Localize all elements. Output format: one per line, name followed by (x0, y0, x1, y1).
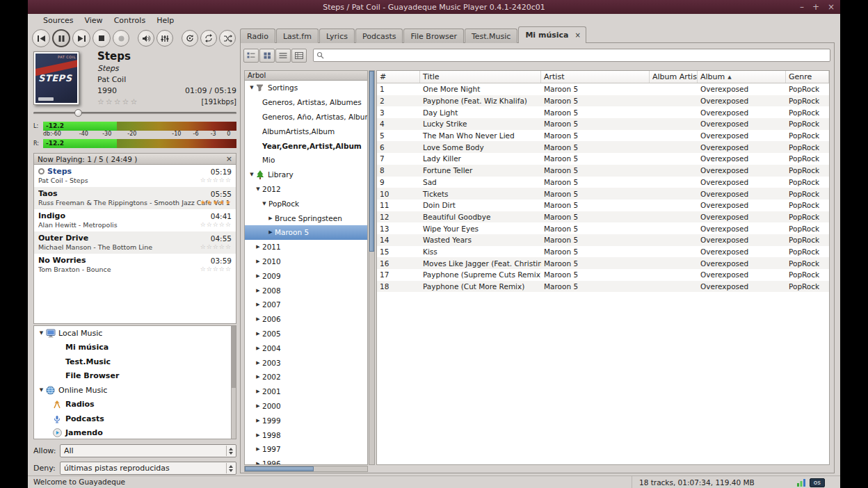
tree-item-2005[interactable]: ▶2005 (245, 327, 367, 341)
tab-radio[interactable]: Radio (240, 29, 275, 43)
tree-vscroll-thumb[interactable] (369, 71, 374, 252)
titlebar[interactable]: Steps / Pat Coil - Guayadeque Music Play… (28, 0, 840, 14)
library-search-input[interactable] (327, 51, 827, 60)
rating-stars[interactable]: ★★★★★ (200, 199, 232, 206)
table-row[interactable]: 18Payphone (Cut More Remix)Maroon 5Overe… (377, 281, 829, 293)
tab-test-music[interactable]: Test.Music (465, 29, 517, 43)
shuffle-button[interactable] (219, 30, 236, 47)
tab-lyrics[interactable]: Lyrics (319, 29, 355, 43)
tree-header[interactable]: Arbol (244, 70, 368, 81)
source-item-file-browser[interactable]: File Browser (34, 369, 236, 384)
tree-horizontal-scrollbar[interactable] (244, 466, 368, 472)
maximize-button[interactable]: + (812, 3, 819, 11)
table-row[interactable]: 16Moves Like Jagger (Feat. Christina AgM… (377, 257, 829, 269)
tab-file-browser[interactable]: File Browser (403, 29, 463, 43)
sources-scrollbar[interactable] (231, 326, 236, 439)
sources-scrollbar-thumb[interactable] (232, 326, 236, 388)
tree-item-2007[interactable]: ▶2007 (245, 298, 367, 312)
table-row[interactable]: 14Wasted YearsMaroon 5OverexposedPopRock (377, 234, 829, 246)
tab-close-icon[interactable]: × (575, 31, 581, 39)
tree-item-albumartists-album[interactable]: AlbumArtists,Album (245, 124, 367, 138)
tree-item-1998[interactable]: ▶1998 (245, 428, 367, 442)
menu-sources[interactable]: Sources (38, 15, 79, 26)
equalizer-button[interactable] (156, 30, 173, 47)
source-item-test-music[interactable]: Test.Music (34, 355, 236, 369)
tab-last-fm[interactable]: Last.fm (276, 29, 319, 43)
stop-button[interactable] (93, 29, 111, 47)
close-window-button[interactable]: × (828, 3, 835, 11)
table-row[interactable]: 9SadMaroon 5OverexposedPopRock (377, 177, 829, 188)
tree-item-2003[interactable]: ▶2003 (245, 355, 367, 370)
column-header-album[interactable]: Album▲ (698, 71, 786, 83)
tree-item-bruce-springsteen[interactable]: ▶Bruce Springsteen (245, 211, 367, 225)
column-header-title[interactable]: Title (420, 71, 541, 83)
menu-help[interactable]: Help (151, 15, 179, 26)
record-button[interactable] (113, 30, 129, 47)
tab-mi-m-sica[interactable]: Mi música× (518, 26, 586, 43)
tree-item-1997[interactable]: ▶1997 (245, 442, 367, 457)
source-item-online-music[interactable]: ▼Online Music (34, 383, 236, 398)
table-row[interactable]: 4Lucky StrikeMaroon 5OverexposedPopRock (377, 118, 829, 130)
tree-item-poprock[interactable]: ▼PopRock (245, 196, 367, 211)
track-rating-stars[interactable]: ☆☆☆☆☆ (97, 97, 138, 106)
tree-item-1999[interactable]: ▶1999 (245, 413, 367, 428)
view-albums-button[interactable] (243, 49, 259, 63)
tree-item-generos-a-o-artistas-albumes[interactable]: Generos, Año, Artistas, Albumes (245, 110, 367, 124)
next-track-button[interactable] (72, 29, 90, 47)
tab-podcasts[interactable]: Podcasts (355, 29, 403, 43)
minimize-button[interactable]: – (800, 3, 804, 11)
playlist-item[interactable]: Steps05:19Pat Coil - Steps☆☆☆☆☆ (34, 165, 236, 187)
smart-mode-button[interactable] (182, 30, 198, 47)
column-header-artist[interactable]: Artist (541, 71, 650, 83)
column-header-genre[interactable]: Genre (786, 71, 829, 83)
table-row[interactable]: 15KissMaroon 5OverexposedPopRock (377, 246, 829, 258)
tree-item-maroon-5[interactable]: ▶Maroon 5 (245, 225, 367, 240)
table-row[interactable]: 2Payphone (Feat. Wiz Khalifa)Maroon 5Ove… (377, 95, 829, 107)
album-art[interactable]: PAT COIL STEPS (33, 51, 79, 105)
tree-item-2010[interactable]: ▶2010 (245, 254, 367, 269)
tree-item-2006[interactable]: ▶2006 (245, 312, 367, 327)
tree-item-year-genre-artist-album[interactable]: Year,Genre,Artist,Album (245, 138, 367, 153)
table-row[interactable]: 11Doin DirtMaroon 5OverexposedPopRock (377, 200, 829, 211)
table-row[interactable]: 12Beautiful GoodbyeMaroon 5OverexposedPo… (377, 211, 829, 223)
tree-item-2004[interactable]: ▶2004 (245, 341, 367, 355)
seek-handle[interactable] (74, 109, 82, 117)
rating-stars[interactable]: ☆☆☆☆☆ (200, 266, 232, 273)
playlist-item[interactable]: Outer Drive04:55Michael Manson - The Bot… (34, 231, 236, 254)
tray-os-badge[interactable]: os (810, 478, 825, 487)
rating-stars[interactable]: ☆☆☆☆☆ (200, 221, 232, 228)
table-row[interactable]: 3Day LightMaroon 5OverexposedPopRock (377, 106, 829, 118)
previous-track-button[interactable] (32, 29, 50, 47)
tree-item-1996[interactable]: ▶1996 (245, 457, 367, 465)
playlist-item[interactable]: No Worries03:59Tom Braxton - Bounce☆☆☆☆☆ (34, 254, 236, 276)
source-item-jamendo[interactable]: Jamendo (34, 426, 236, 440)
spinner-arrows-icon[interactable] (226, 446, 235, 456)
playlist-item[interactable]: Indigo04:41Alan Hewitt - Metropolis☆☆☆☆☆ (34, 209, 236, 231)
seek-slider[interactable] (33, 108, 236, 117)
pause-button[interactable] (52, 29, 70, 47)
source-item-podcasts[interactable]: Podcasts (34, 412, 236, 426)
tree-item-mio[interactable]: Mio (245, 153, 367, 168)
deny-filter-select[interactable]: últimas pistas reproducidas (60, 462, 236, 475)
column-header-num[interactable]: # (377, 71, 420, 83)
allow-filter-select[interactable]: All (60, 444, 236, 457)
tree-item-generos-artistas-albumes[interactable]: Generos, Artistas, Albumes (245, 95, 367, 110)
playlist-item[interactable]: Taos05:55Russ Freeman & The Rippingtons … (34, 187, 236, 209)
table-row[interactable]: 5The Man Who Never LiedMaroon 5Overexpos… (377, 130, 829, 142)
tree-hscroll-thumb[interactable] (245, 466, 314, 471)
table-row[interactable]: 6Love Some BodyMaroon 5OverexposedPopRoc… (377, 141, 829, 153)
tree-item-2000[interactable]: ▶2000 (245, 399, 367, 414)
table-row[interactable]: 1One More NightMaroon 5OverexposedPopRoc… (377, 83, 829, 95)
column-header-album-artist[interactable]: Album Artist (650, 71, 698, 83)
repeat-button[interactable] (200, 30, 217, 47)
table-row[interactable]: 17Payphone (Supreme Cuts Remix)Maroon 5O… (377, 269, 829, 281)
source-item-mi-m-sica[interactable]: Mi música (34, 341, 236, 355)
tree-item-library[interactable]: ▼Library (245, 168, 367, 182)
menu-view[interactable]: View (79, 15, 108, 26)
tree-item-2012[interactable]: ▼2012 (245, 182, 367, 197)
tree-item-2001[interactable]: ▶2001 (245, 384, 367, 399)
tree-item-2009[interactable]: ▶2009 (245, 268, 367, 283)
rating-stars[interactable]: ☆☆☆☆☆ (200, 243, 232, 250)
table-row[interactable]: 8Fortune TellerMaroon 5OverexposedPopRoc… (377, 165, 829, 177)
table-row[interactable]: 10TicketsMaroon 5OverexposedPopRock (377, 188, 829, 200)
